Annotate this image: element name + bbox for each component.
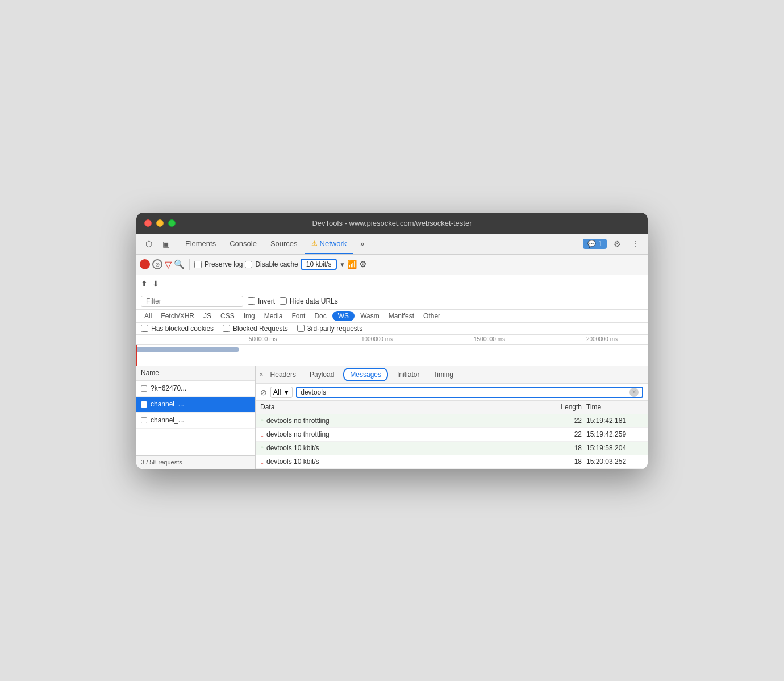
close-button[interactable] bbox=[144, 219, 152, 227]
hide-data-urls-label[interactable]: Hide data URLs bbox=[280, 297, 338, 305]
throttle-dropdown-arrow[interactable]: ▼ bbox=[339, 261, 345, 268]
tab-more[interactable]: » bbox=[353, 234, 371, 254]
timeline-mark-1m: 1000000 ms bbox=[361, 336, 393, 342]
device-icon-btn[interactable]: ▣ bbox=[158, 236, 174, 252]
window-title: DevTools - www.piesocket.com/websocket-t… bbox=[312, 219, 472, 227]
no-entry-icon[interactable]: ⊘ bbox=[260, 388, 267, 397]
download-icon[interactable]: ⬇ bbox=[152, 279, 159, 288]
type-btn-media[interactable]: Media bbox=[261, 311, 286, 321]
devtools-window: DevTools - www.piesocket.com/websocket-t… bbox=[136, 213, 648, 469]
msg-row-4[interactable]: ↓ devtools 10 kbit/s 18 15:20:03.252 bbox=[256, 455, 648, 469]
type-btn-img[interactable]: Img bbox=[240, 311, 258, 321]
type-btn-wasm[interactable]: Wasm bbox=[357, 311, 383, 321]
main-tabs: Elements Console Sources ⚠ Network » bbox=[178, 234, 583, 254]
messages-search-value: devtools bbox=[301, 388, 629, 396]
type-btn-doc[interactable]: Doc bbox=[311, 311, 330, 321]
type-btn-other[interactable]: Other bbox=[420, 311, 444, 321]
request-item-2[interactable]: channel_... bbox=[136, 397, 255, 413]
warning-icon: ⚠ bbox=[311, 239, 318, 247]
settings-icon-btn[interactable]: ⚙ bbox=[609, 236, 625, 252]
col-time-header: Time bbox=[586, 403, 643, 411]
fullscreen-button[interactable] bbox=[168, 219, 176, 227]
third-party-checkbox[interactable] bbox=[297, 325, 305, 332]
clear-search-icon[interactable]: ✕ bbox=[629, 388, 639, 397]
more-options-icon-btn[interactable]: ⋮ bbox=[627, 236, 643, 252]
pointer-icon-btn[interactable]: ⬡ bbox=[141, 236, 157, 252]
invert-checkbox[interactable] bbox=[248, 297, 255, 305]
tab-timing[interactable]: Timing bbox=[426, 366, 460, 384]
right-panel: × Headers Payload Messages Initiator Tim… bbox=[256, 366, 648, 469]
wifi-icon: 📶 bbox=[347, 260, 357, 269]
network-gear-icon[interactable]: ⚙ bbox=[359, 259, 366, 269]
disable-cache-label[interactable]: Disable cache bbox=[245, 260, 298, 268]
req-checkbox-3[interactable] bbox=[141, 417, 147, 423]
msg-time-1: 15:19:42.181 bbox=[586, 417, 643, 425]
msg-length-2: 22 bbox=[547, 430, 586, 438]
third-party-label[interactable]: 3rd-party requests bbox=[297, 325, 362, 333]
filter-icon: ▽ bbox=[165, 259, 172, 270]
timeline-mark-500k: 500000 ms bbox=[249, 336, 277, 342]
tab-payload[interactable]: Payload bbox=[303, 366, 341, 384]
request-item-1[interactable]: ?k=62470... bbox=[136, 381, 255, 397]
left-panel: Name ?k=62470... channel_... channel_... bbox=[136, 366, 256, 469]
tab-headers[interactable]: Headers bbox=[264, 366, 303, 384]
arrow-down-icon-4: ↓ bbox=[260, 457, 264, 466]
panel-close-btn[interactable]: × bbox=[259, 370, 264, 379]
search-icon: 🔍 bbox=[174, 259, 185, 269]
preserve-log-label[interactable]: Preserve log bbox=[194, 260, 243, 268]
preserve-log-checkbox[interactable] bbox=[194, 261, 202, 268]
disable-cache-checkbox[interactable] bbox=[245, 261, 252, 268]
tab-network[interactable]: ⚠ Network bbox=[305, 234, 354, 254]
blocked-cookies-checkbox[interactable] bbox=[141, 325, 148, 332]
blocked-cookies-label[interactable]: Has blocked cookies bbox=[141, 325, 214, 333]
type-filter-bar: All Fetch/XHR JS CSS Img Media Font Doc … bbox=[136, 310, 648, 323]
msg-length-4: 18 bbox=[547, 458, 586, 466]
type-btn-js[interactable]: JS bbox=[200, 311, 215, 321]
request-list: ?k=62470... channel_... channel_... bbox=[136, 381, 255, 455]
request-item-3[interactable]: channel_... bbox=[136, 413, 255, 429]
tab-sources[interactable]: Sources bbox=[264, 234, 305, 254]
type-btn-ws[interactable]: WS bbox=[332, 311, 355, 321]
hide-data-urls-checkbox[interactable] bbox=[280, 297, 287, 305]
type-btn-all[interactable]: All bbox=[141, 311, 155, 321]
msg-row-1[interactable]: ↑ devtools no throttling 22 15:19:42.181 bbox=[256, 414, 648, 428]
msg-data-3: ↑ devtools 10 kbit/s bbox=[260, 443, 547, 452]
msg-data-2: ↓ devtools no throttling bbox=[260, 430, 547, 439]
messages-table-header: Data Length Time bbox=[256, 401, 648, 414]
msg-row-3[interactable]: ↑ devtools 10 kbit/s 18 15:19:58.204 bbox=[256, 442, 648, 455]
type-btn-font[interactable]: Font bbox=[288, 311, 308, 321]
tab-elements[interactable]: Elements bbox=[178, 234, 223, 254]
panel-tabs: × Headers Payload Messages Initiator Tim… bbox=[256, 366, 648, 384]
stop-button[interactable]: ⊘ bbox=[152, 259, 162, 269]
blocked-requests-checkbox[interactable] bbox=[223, 325, 230, 332]
messages-dropdown[interactable]: All ▼ bbox=[270, 387, 293, 398]
filter-input[interactable] bbox=[141, 296, 243, 307]
messages-search-wrapper: devtools ✕ bbox=[296, 387, 643, 398]
tab-messages[interactable]: Messages bbox=[343, 368, 388, 381]
main-area: Name ?k=62470... channel_... channel_... bbox=[136, 366, 648, 469]
upload-icon[interactable]: ⬆ bbox=[141, 279, 148, 288]
msg-time-3: 15:19:58.204 bbox=[586, 444, 643, 452]
throttle-button[interactable]: 10 kbit/s bbox=[301, 259, 337, 270]
tab-console[interactable]: Console bbox=[223, 234, 264, 254]
req-checkbox-1[interactable] bbox=[141, 385, 147, 392]
type-btn-manifest[interactable]: Manifest bbox=[385, 311, 418, 321]
msg-length-3: 18 bbox=[547, 444, 586, 452]
minimize-button[interactable] bbox=[156, 219, 164, 227]
type-btn-fetch-xhr[interactable]: Fetch/XHR bbox=[157, 311, 198, 321]
timeline-ruler: 500000 ms 1000000 ms 1500000 ms 2000000 … bbox=[136, 335, 648, 345]
arrow-up-icon-1: ↑ bbox=[260, 416, 264, 425]
invert-label[interactable]: Invert bbox=[248, 297, 275, 305]
traffic-lights bbox=[144, 219, 176, 227]
req-checkbox-2[interactable] bbox=[141, 401, 147, 408]
timeline-playhead bbox=[136, 345, 137, 366]
console-badge-btn[interactable]: 💬 1 bbox=[583, 239, 607, 249]
blocked-requests-label[interactable]: Blocked Requests bbox=[223, 325, 288, 333]
tab-initiator[interactable]: Initiator bbox=[390, 366, 426, 384]
type-btn-css[interactable]: CSS bbox=[217, 311, 238, 321]
record-button[interactable] bbox=[140, 259, 150, 269]
tab-bar-right: 💬 1 ⚙ ⋮ bbox=[583, 236, 643, 252]
msg-row-2[interactable]: ↓ devtools no throttling 22 15:19:42.259 bbox=[256, 428, 648, 442]
msg-time-2: 15:19:42.259 bbox=[586, 430, 643, 438]
main-tab-bar: ⬡ ▣ Elements Console Sources ⚠ Network bbox=[136, 234, 648, 255]
